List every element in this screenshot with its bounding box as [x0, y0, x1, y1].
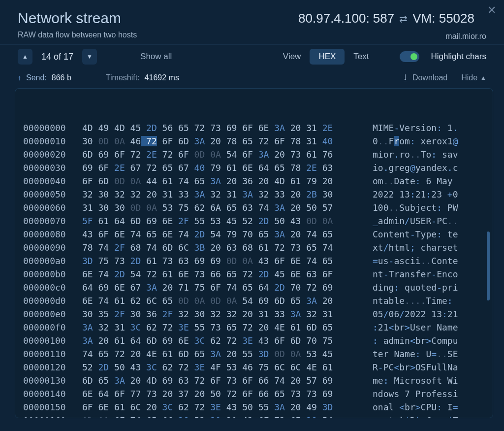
hex-offset: 00000110	[23, 347, 82, 361]
show-all-button[interactable]: Show all	[140, 52, 172, 62]
hex-offset: 00000060	[23, 201, 82, 214]
hex-row: 000001506F 6E 61 6C 20 3C 62 72 3E 43 50…	[23, 400, 485, 414]
hex-row: 000001406E 64 6F 77 73 20 37 20 50 72 6F…	[23, 387, 485, 400]
hex-bytes: 6F 6E 61 6C 20 3C 62 72 3E 43 50 55 3A 2…	[82, 400, 373, 414]
hex-bytes: 6F 6D 0D 0A 44 61 74 65 3A 20 36 20 4D 6…	[82, 174, 373, 188]
hex-offset: 00000030	[23, 161, 82, 174]
download-label: Download	[412, 73, 447, 82]
hex-offset: 00000160	[23, 414, 82, 418]
send-value: 866 b	[52, 73, 71, 82]
next-stream-button[interactable]: ▼	[82, 49, 97, 65]
view-mode-view[interactable]: View	[274, 49, 310, 65]
hex-row: 0000003069 6F 2E 67 72 65 67 40 79 61 6E…	[23, 161, 485, 174]
hex-bytes: 30 0D 0A 46 72 6F 6D 3A 20 78 65 72 6F 7…	[82, 134, 373, 148]
hex-ascii: 2022 13:21:23 +0	[373, 188, 458, 201]
hex-offset: 00000020	[23, 148, 82, 161]
toggle-knob	[410, 53, 417, 60]
hex-row: 000000206D 69 6F 72 2E 72 6F 0D 0A 54 6F…	[23, 148, 485, 161]
hex-row: 000000004D 49 4D 45 2D 56 65 72 73 69 6F…	[23, 121, 485, 134]
hex-ascii: onal <br>CPU: I=	[373, 400, 458, 414]
hex-ascii: 100..Subject: PW	[373, 201, 458, 214]
view-mode-text[interactable]: Text	[345, 49, 378, 65]
hex-offset: 00000040	[23, 174, 82, 188]
hex-bytes: 6E 74 61 62 6C 65 0D 0A 0D 0A 54 69 6D 6…	[82, 294, 373, 307]
hex-offset: 00000120	[23, 361, 82, 374]
view-mode-hex[interactable]: HEX	[310, 49, 345, 65]
hex-row: 0000006031 30 30 0D 0A 53 75 62 6A 65 63…	[23, 201, 485, 214]
hex-ascii: 05/06/2022 13:21	[373, 307, 458, 321]
hex-bytes: 6E 74 2D 54 72 61 6E 73 66 65 72 2D 45 6…	[82, 267, 373, 281]
chevron-up-icon: ▲	[480, 74, 486, 81]
hex-offset: 000000f0	[23, 321, 82, 334]
highlight-chars-toggle[interactable]	[400, 51, 419, 62]
hex-offset: 00000150	[23, 400, 82, 414]
hide-button[interactable]: Hide ▲	[461, 73, 486, 82]
hex-offset: 00000000	[23, 121, 82, 134]
hex-row: 000001600D 0A 6E 74 65 6C 28 52 29 20 43…	[23, 414, 485, 418]
hex-bytes: 6D 65 3A 20 4D 69 63 72 6F 73 6F 66 74 2…	[82, 374, 373, 387]
hex-bytes: 74 65 72 20 4E 61 6D 65 3A 20 55 3D 0D 0…	[82, 347, 373, 361]
hex-ascii: mior.ro..To: sav	[373, 148, 458, 161]
remote-endpoint: 80.97.4.100: 587	[298, 11, 394, 26]
local-endpoint: VM: 55028	[412, 11, 474, 26]
hex-ascii: :21<br>User Name	[373, 321, 458, 334]
hex-row: 000000a03D 75 73 2D 61 73 63 69 69 0D 0A…	[23, 254, 485, 267]
hex-row: 0000001030 0D 0A 46 72 6F 6D 3A 20 78 65…	[23, 134, 485, 148]
hex-offset: 000000e0	[23, 307, 82, 321]
hex-ascii: om..Date: 6 May	[373, 174, 458, 188]
hex-ascii: xt/html; charset	[373, 241, 458, 254]
page-subtitle: RAW data flow between two hosts	[18, 31, 489, 39]
hex-bytes: 32 30 32 32 20 31 33 3A 32 31 3A 32 33 2…	[82, 188, 373, 201]
hex-ascii: Content-Type: te	[373, 228, 458, 241]
hex-ascii: io.greg@yandex.c	[373, 161, 458, 174]
hex-row: 000000c064 69 6E 67 3A 20 71 75 6F 74 65…	[23, 281, 485, 294]
hex-bytes: 4D 49 4D 45 2D 56 65 72 73 69 6F 6E 3A 2…	[82, 121, 373, 134]
hex-viewer[interactable]: 000000004D 49 4D 45 2D 56 65 72 73 69 6F…	[15, 88, 493, 418]
swap-horizontal-icon: ⇄	[399, 13, 408, 25]
hex-row: 000000b06E 74 2D 54 72 61 6E 73 66 65 72…	[23, 267, 485, 281]
hex-row: 000000406F 6D 0D 0A 44 61 74 65 3A 20 36…	[23, 174, 485, 188]
hide-label: Hide	[461, 73, 477, 82]
hex-row: 0000012052 2D 50 43 3C 62 72 3E 4F 53 46…	[23, 361, 485, 374]
hex-ascii: ter Name: U=..SE	[373, 347, 458, 361]
hex-ascii: ding: quoted-pri	[373, 281, 458, 294]
timeshift-label: Timeshift:	[106, 73, 140, 82]
hex-ascii: ndows 7 Professi	[373, 387, 458, 400]
hex-offset: 00000100	[23, 334, 82, 347]
hex-bytes: 6D 69 6F 72 2E 72 6F 0D 0A 54 6F 3A 20 7…	[82, 148, 373, 161]
hex-ascii: : admin<br>Compu	[373, 334, 458, 347]
hex-bytes: 5F 61 64 6D 69 6E 2F 55 53 45 52 2D 50 4…	[82, 214, 373, 228]
close-icon[interactable]: ✕	[487, 5, 496, 16]
hex-row: 0000008043 6F 6E 74 65 6E 74 2D 54 79 70…	[23, 228, 485, 241]
hex-bytes: 3A 32 31 3C 62 72 3E 55 73 65 72 20 4E 6…	[82, 321, 373, 334]
hex-row: 0000011074 65 72 20 4E 61 6D 65 3A 20 55…	[23, 347, 485, 361]
download-button[interactable]: ⭳ Download	[402, 73, 447, 82]
hex-ascii: =us-ascii..Conte	[373, 254, 458, 267]
hex-row: 000000e030 35 2F 30 36 2F 32 30 32 32 20…	[23, 307, 485, 321]
highlight-chars-label: Highlight chars	[431, 52, 486, 62]
arrow-up-icon: ↑	[18, 74, 21, 82]
hex-offset: 000000a0	[23, 254, 82, 267]
hex-offset: 00000050	[23, 188, 82, 201]
hex-row: 0000009078 74 2F 68 74 6D 6C 3B 20 63 68…	[23, 241, 485, 254]
hex-row: 000000d06E 74 61 62 6C 65 0D 0A 0D 0A 54…	[23, 294, 485, 307]
hex-bytes: 0D 0A 6E 74 65 6C 28 52 29 20 43 6F 72 6…	[82, 414, 373, 418]
hex-ascii: ntable....Time:	[373, 294, 458, 307]
hex-bytes: 64 69 6E 67 3A 20 71 75 6F 74 65 64 2D 7…	[82, 281, 373, 294]
download-icon: ⭳	[402, 73, 410, 82]
hex-ascii: nt-Transfer-Enco	[373, 267, 458, 281]
hex-bytes: 78 74 2F 68 74 6D 6C 3B 20 63 68 61 72 7…	[82, 241, 373, 254]
prev-stream-button[interactable]: ▲	[18, 49, 32, 65]
hex-ascii: MIME-Version: 1.	[373, 121, 458, 134]
stream-counter: 14 of 17	[41, 52, 73, 62]
hex-ascii: 0..From: xerox1@	[373, 134, 458, 148]
hex-offset: 000000d0	[23, 294, 82, 307]
scrollbar-thumb[interactable]	[487, 232, 490, 300]
hex-bytes: 30 35 2F 30 36 2F 32 30 32 32 20 31 33 3…	[82, 307, 373, 321]
hex-ascii: me: Microsoft Wi	[373, 374, 458, 387]
hex-ascii: ..ntel(R) Core(T	[373, 414, 458, 418]
hex-ascii: R-PC<br>OSFullNa	[373, 361, 458, 374]
hex-bytes: 52 2D 50 43 3C 62 72 3E 4F 53 46 75 6C 6…	[82, 361, 373, 374]
hex-row: 0000005032 30 32 32 20 31 33 3A 32 31 3A…	[23, 188, 485, 201]
hex-offset: 00000130	[23, 374, 82, 387]
